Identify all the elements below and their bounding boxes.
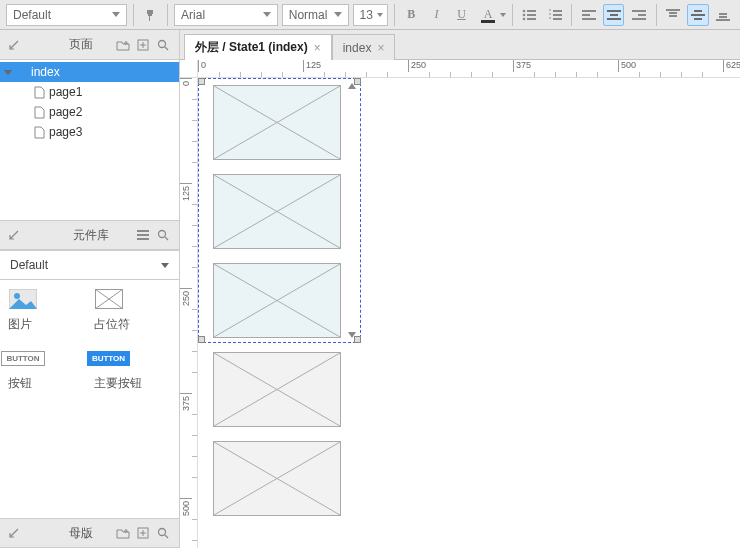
- svg-rect-21: [694, 10, 702, 12]
- svg-point-4: [523, 17, 526, 20]
- align-center-icon[interactable]: [603, 4, 624, 26]
- page-label: page3: [49, 125, 82, 139]
- valign-top-icon[interactable]: [662, 4, 683, 26]
- masters-panel-title: 母版: [24, 525, 113, 542]
- svg-rect-3: [527, 14, 536, 16]
- tab-active[interactable]: 外层 / State1 (index) ×: [184, 34, 332, 60]
- close-icon[interactable]: ×: [377, 41, 384, 55]
- resize-handle[interactable]: [198, 78, 205, 85]
- font-size-input[interactable]: 13: [353, 4, 388, 26]
- page-item[interactable]: page1: [0, 82, 179, 102]
- bold-button[interactable]: B: [401, 4, 422, 26]
- number-list-icon[interactable]: [544, 4, 565, 26]
- separator: [167, 4, 168, 26]
- library-item-placeholder[interactable]: 占位符: [94, 288, 172, 333]
- add-master-icon[interactable]: [133, 523, 153, 543]
- library-body: Default 图片 占位符 BUTTON: [0, 250, 179, 518]
- svg-point-34: [14, 293, 20, 299]
- svg-point-28: [159, 40, 166, 47]
- svg-point-0: [523, 9, 526, 12]
- page-label: index: [31, 65, 60, 79]
- scroll-up-icon[interactable]: [348, 83, 356, 89]
- separator: [512, 4, 513, 26]
- add-folder-icon[interactable]: [113, 523, 133, 543]
- valign-bottom-icon[interactable]: [713, 4, 734, 26]
- scroll-down-icon[interactable]: [348, 332, 356, 338]
- text-color-button[interactable]: A: [476, 4, 506, 26]
- font-weight-value: Normal: [289, 8, 328, 22]
- placeholder-widget[interactable]: [213, 263, 341, 338]
- library-panel-title: 元件库: [24, 227, 133, 244]
- placeholder-widget[interactable]: [213, 441, 341, 516]
- page-item[interactable]: page2: [0, 102, 179, 122]
- resize-handle[interactable]: [198, 336, 205, 343]
- font-size-value: 13: [360, 8, 373, 22]
- separator: [394, 4, 395, 26]
- tab-label: index: [343, 41, 372, 55]
- placeholder-widget[interactable]: [213, 352, 341, 427]
- library-item-image[interactable]: 图片: [8, 288, 86, 333]
- close-icon[interactable]: ×: [314, 41, 321, 55]
- italic-button[interactable]: I: [426, 4, 447, 26]
- search-icon[interactable]: [153, 35, 173, 55]
- separator: [571, 4, 572, 26]
- placeholder-widget[interactable]: [213, 85, 341, 160]
- svg-rect-23: [694, 18, 702, 20]
- add-page-icon[interactable]: [133, 35, 153, 55]
- page-item[interactable]: page3: [0, 122, 179, 142]
- svg-rect-11: [582, 18, 596, 20]
- font-family-value: Arial: [181, 8, 205, 22]
- bullet-list-icon[interactable]: [519, 4, 540, 26]
- separator: [133, 4, 134, 26]
- font-family-select[interactable]: Arial: [174, 4, 278, 26]
- library-panel-header: 元件库: [0, 220, 179, 250]
- svg-rect-26: [716, 19, 730, 21]
- add-folder-icon[interactable]: [113, 35, 133, 55]
- library-category-select[interactable]: Default: [3, 254, 176, 276]
- svg-rect-6: [553, 10, 562, 12]
- svg-rect-29: [137, 230, 149, 232]
- panel-collapse-icon[interactable]: [4, 225, 24, 245]
- align-right-icon[interactable]: [628, 4, 649, 26]
- font-weight-select[interactable]: Normal: [282, 4, 349, 26]
- primary-button-icon: BUTTON: [94, 347, 124, 369]
- menu-icon[interactable]: [133, 225, 153, 245]
- separator: [656, 4, 657, 26]
- svg-rect-15: [632, 10, 646, 12]
- library-item-primary-button[interactable]: BUTTON 主要按钮: [94, 347, 172, 392]
- separator: [0, 279, 179, 280]
- svg-rect-22: [691, 14, 705, 16]
- svg-rect-9: [582, 10, 596, 12]
- document-tab-bar: 外层 / State1 (index) × index ×: [180, 30, 740, 60]
- library-category-value: Default: [10, 258, 48, 272]
- masters-panel-header: 母版: [0, 518, 179, 548]
- disclosure-icon[interactable]: [4, 70, 12, 75]
- svg-rect-17: [632, 18, 646, 20]
- button-chip: BUTTON: [1, 351, 44, 366]
- tab[interactable]: index ×: [332, 34, 396, 60]
- page-label: page2: [49, 105, 82, 119]
- style-preset-select[interactable]: Default: [6, 4, 127, 26]
- panel-collapse-icon[interactable]: [4, 35, 24, 55]
- svg-rect-24: [719, 13, 727, 15]
- search-icon[interactable]: [153, 225, 173, 245]
- svg-point-2: [523, 13, 526, 16]
- panel-collapse-icon[interactable]: [4, 523, 24, 543]
- svg-rect-12: [607, 10, 621, 12]
- align-left-icon[interactable]: [578, 4, 599, 26]
- placeholder-widget[interactable]: [213, 174, 341, 249]
- valign-middle-icon[interactable]: [687, 4, 708, 26]
- page-item-root[interactable]: index: [0, 62, 179, 82]
- search-icon[interactable]: [153, 523, 173, 543]
- svg-rect-25: [719, 16, 727, 18]
- page-icon: [34, 86, 45, 99]
- library-item-button[interactable]: BUTTON 按钮: [8, 347, 86, 392]
- canvas[interactable]: [198, 78, 740, 548]
- underline-button[interactable]: U: [451, 4, 472, 26]
- svg-point-39: [159, 529, 166, 536]
- button-chip-primary: BUTTON: [87, 351, 130, 366]
- pages-panel-title: 页面: [24, 36, 113, 53]
- ruler-vertical: 0125250375500: [180, 78, 198, 548]
- svg-rect-19: [669, 12, 677, 14]
- paint-format-icon[interactable]: [140, 4, 161, 26]
